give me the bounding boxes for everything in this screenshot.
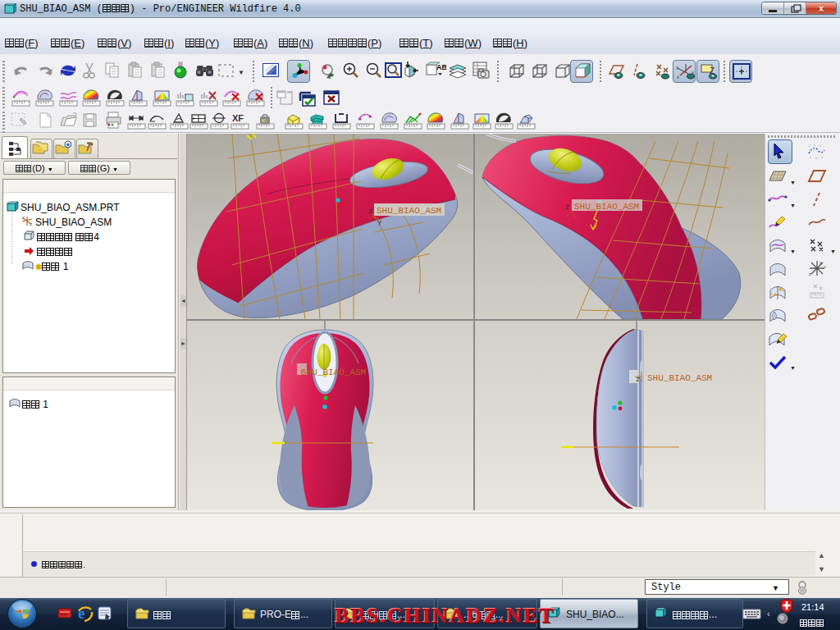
svg-text:y: y [819, 260, 822, 265]
svg-text:Y: Y [377, 220, 382, 228]
svg-text:SHU_BIAO_ASM: SHU_BIAO_ASM [301, 368, 366, 377]
svg-text:x: x [824, 264, 826, 269]
svg-text:SHU_BIAO_ASM: SHU_BIAO_ASM [377, 206, 441, 216]
svg-text:z: z [677, 75, 679, 80]
svg-text:z: z [636, 376, 640, 384]
svg-text:SHU_BIAO_ASM: SHU_BIAO_ASM [647, 373, 712, 383]
svg-text:z: z [368, 208, 372, 216]
svg-text:AB: AB [436, 63, 446, 71]
svg-text:SHU_BIAO_ASM: SHU_BIAO_ASM [574, 202, 639, 212]
svg-text:KI: KI [262, 118, 267, 123]
svg-text:XF: XF [232, 113, 244, 123]
svg-text:z: z [565, 203, 569, 212]
svg-text:y: y [676, 65, 678, 70]
svg-text:z: z [809, 272, 811, 276]
